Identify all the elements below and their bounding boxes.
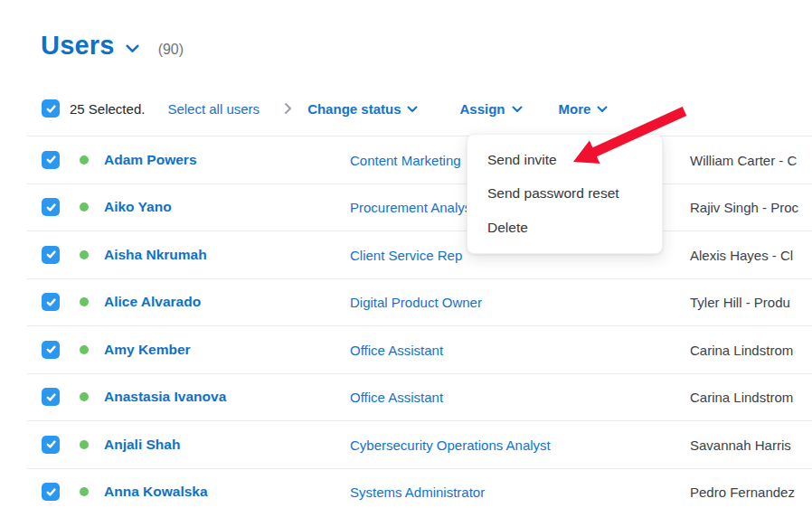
user-manager: Carina Lindstrom bbox=[690, 390, 793, 405]
select-all-users-link[interactable]: Select all users bbox=[167, 101, 260, 117]
row-checkbox[interactable] bbox=[42, 198, 60, 216]
check-icon bbox=[45, 391, 57, 403]
bulk-actions-toolbar: 25 Selected. Select all users Change sta… bbox=[42, 98, 608, 119]
status-dot-icon bbox=[80, 487, 89, 496]
more-label: More bbox=[559, 101, 591, 117]
user-count: (90) bbox=[158, 42, 184, 58]
check-icon bbox=[45, 486, 57, 498]
user-name-link[interactable]: Alice Alvarado bbox=[104, 294, 201, 310]
chevron-down-icon[interactable] bbox=[126, 44, 139, 53]
chevron-right-icon bbox=[284, 102, 292, 115]
table-row: Aisha Nkrumah Client Service Rep Alexis … bbox=[27, 230, 812, 278]
user-manager: Pedro Fernandez bbox=[690, 484, 795, 500]
row-checkbox[interactable] bbox=[42, 483, 60, 501]
user-role[interactable]: Cybersecurity Operations Analyst bbox=[350, 437, 551, 452]
check-icon bbox=[45, 249, 57, 260]
user-name-link[interactable]: Anna Kowalska bbox=[104, 484, 208, 500]
check-icon bbox=[45, 296, 57, 308]
row-checkbox[interactable] bbox=[42, 293, 60, 311]
status-dot-icon bbox=[80, 392, 89, 401]
user-manager: Rajiv Singh - Proc bbox=[690, 200, 798, 215]
user-name-link[interactable]: Anastasia Ivanova bbox=[104, 389, 226, 405]
user-name-link[interactable]: Amy Kember bbox=[104, 342, 191, 358]
chevron-down-icon bbox=[512, 106, 523, 113]
table-row: Alice Alvarado Digital Product Owner Tyl… bbox=[27, 278, 812, 326]
assign-button[interactable]: Assign bbox=[459, 101, 522, 117]
page-header: Users (90) bbox=[41, 31, 184, 61]
select-all-checkbox[interactable] bbox=[42, 99, 60, 118]
table-row: Adam Powers Content Marketing William Ca… bbox=[27, 136, 812, 183]
user-name-link[interactable]: Adam Powers bbox=[104, 152, 197, 168]
change-status-button[interactable]: Change status bbox=[307, 101, 418, 117]
user-manager: William Carter - C bbox=[690, 152, 797, 167]
user-manager: Alexis Hayes - Cl bbox=[690, 247, 793, 262]
menu-item-delete[interactable]: Delete bbox=[467, 211, 662, 245]
more-button[interactable]: More bbox=[559, 101, 609, 117]
check-icon bbox=[45, 154, 57, 165]
status-dot-icon bbox=[80, 250, 89, 259]
user-manager: Carina Lindstrom bbox=[690, 342, 793, 357]
row-checkbox[interactable] bbox=[42, 388, 60, 406]
page-title[interactable]: Users bbox=[41, 31, 115, 61]
status-dot-icon bbox=[80, 155, 89, 165]
row-checkbox[interactable] bbox=[42, 436, 60, 454]
status-dot-icon bbox=[80, 345, 89, 354]
user-role[interactable]: Procurement Analyst bbox=[350, 200, 475, 215]
status-dot-icon bbox=[80, 297, 89, 306]
user-name-link[interactable]: Aiko Yano bbox=[104, 199, 172, 215]
user-name-link[interactable]: Aisha Nkrumah bbox=[104, 247, 207, 263]
table-row: Anna Kowalska Systems Administrator Pedr… bbox=[27, 468, 812, 508]
table-row: Anjali Shah Cybersecurity Operations Ana… bbox=[27, 420, 812, 468]
user-role[interactable]: Office Assistant bbox=[350, 390, 443, 405]
user-role[interactable]: Client Service Rep bbox=[350, 247, 462, 262]
row-checkbox[interactable] bbox=[42, 246, 60, 264]
status-dot-icon bbox=[80, 202, 89, 212]
check-icon bbox=[45, 202, 57, 213]
table-row: Amy Kember Office Assistant Carina Linds… bbox=[27, 325, 812, 373]
menu-item-send-password-reset[interactable]: Send password reset bbox=[467, 177, 662, 212]
check-icon bbox=[45, 343, 57, 355]
selected-count-text: 25 Selected. bbox=[70, 101, 145, 117]
user-role[interactable]: Digital Product Owner bbox=[350, 295, 482, 310]
check-icon bbox=[45, 438, 57, 450]
user-name-link[interactable]: Anjali Shah bbox=[104, 437, 180, 453]
status-dot-icon bbox=[80, 440, 89, 449]
user-manager: Tyler Hill - Produ bbox=[690, 295, 790, 310]
change-status-label: Change status bbox=[307, 101, 401, 117]
user-role[interactable]: Content Marketing bbox=[350, 152, 461, 167]
user-manager: Savannah Harris bbox=[690, 437, 791, 452]
users-table: Adam Powers Content Marketing William Ca… bbox=[27, 136, 812, 508]
user-role[interactable]: Office Assistant bbox=[350, 342, 443, 357]
chevron-down-icon bbox=[407, 106, 418, 113]
table-row: Aiko Yano Procurement Analyst Rajiv Sing… bbox=[27, 183, 812, 231]
table-row: Anastasia Ivanova Office Assistant Carin… bbox=[27, 373, 812, 421]
assign-dropdown-menu: Send invite Send password reset Delete bbox=[467, 134, 663, 254]
row-checkbox[interactable] bbox=[42, 341, 60, 359]
check-icon bbox=[45, 103, 57, 115]
assign-label: Assign bbox=[459, 101, 505, 117]
chevron-down-icon bbox=[597, 106, 608, 113]
user-role[interactable]: Systems Administrator bbox=[350, 484, 485, 500]
menu-item-send-invite[interactable]: Send invite bbox=[467, 143, 662, 177]
row-checkbox[interactable] bbox=[42, 151, 60, 169]
